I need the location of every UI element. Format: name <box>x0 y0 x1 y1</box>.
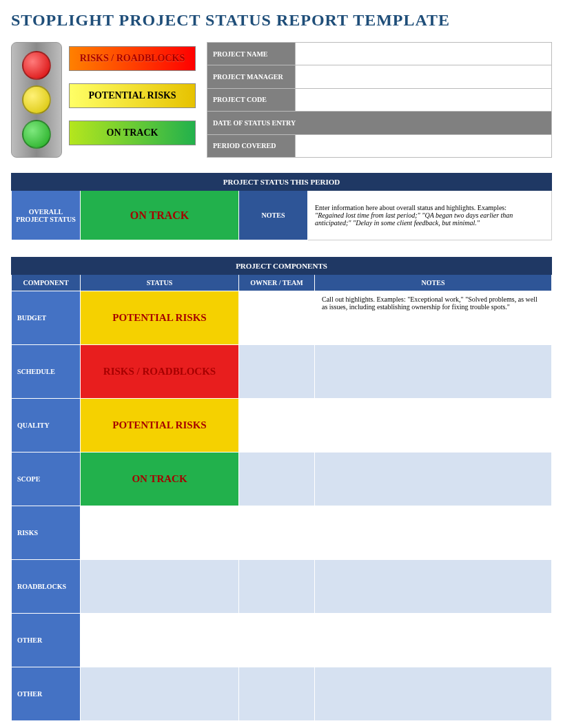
component-label: SCHEDULE <box>12 345 81 399</box>
component-label: RISKS <box>12 506 81 560</box>
table-row: RISKS <box>12 506 552 560</box>
notes-intro: Enter information here about overall sta… <box>315 204 506 211</box>
meta-label-project-name: PROJECT NAME <box>207 43 296 65</box>
component-status <box>81 560 239 614</box>
col-status: STATUS <box>81 275 239 291</box>
component-owner[interactable] <box>239 345 315 399</box>
table-row: BUDGETPOTENTIAL RISKSCall out highlights… <box>12 291 552 345</box>
component-status <box>81 506 239 560</box>
overall-notes-label: NOTES <box>239 191 308 240</box>
top-section: RISKS / ROADBLOCKS POTENTIAL RISKS ON TR… <box>11 42 552 158</box>
status-section-header: PROJECT STATUS THIS PERIOD <box>12 174 552 191</box>
table-row: SCHEDULERISKS / ROADBLOCKS <box>12 345 552 399</box>
component-notes[interactable]: Call out highlights. Examples: "Exceptio… <box>315 291 552 345</box>
component-status: ON TRACK <box>81 453 239 506</box>
overall-status-label: OVERALL PROJECT STATUS <box>12 191 81 240</box>
component-owner[interactable] <box>239 399 315 453</box>
legend-items: RISKS / ROADBLOCKS POTENTIAL RISKS ON TR… <box>69 42 196 145</box>
component-label: BUDGET <box>12 291 81 345</box>
legend-green: ON TRACK <box>69 121 196 145</box>
meta-value-project-manager[interactable] <box>296 65 552 88</box>
component-label: QUALITY <box>12 399 81 453</box>
table-row: QUALITYPOTENTIAL RISKS <box>12 399 552 453</box>
table-row: OTHER <box>12 614 552 667</box>
component-owner[interactable] <box>239 506 315 560</box>
component-label: SCOPE <box>12 453 81 506</box>
legend-red: RISKS / ROADBLOCKS <box>69 46 196 71</box>
stoplight-green-icon <box>22 120 51 149</box>
component-owner[interactable] <box>239 291 315 345</box>
component-notes[interactable] <box>315 345 552 399</box>
component-notes[interactable] <box>315 453 552 506</box>
component-notes[interactable] <box>315 614 552 667</box>
col-notes: NOTES <box>315 275 552 291</box>
table-row: OTHER <box>12 667 552 721</box>
component-label: ROADBLOCKS <box>12 560 81 614</box>
component-status <box>81 667 239 721</box>
stoplight-red-icon <box>22 51 51 80</box>
notes-example: "Regained lost time from last period;" "… <box>315 211 513 227</box>
component-notes[interactable] <box>315 399 552 453</box>
stoplight-yellow-icon <box>22 85 51 114</box>
meta-label-period-covered: PERIOD COVERED <box>207 134 296 157</box>
meta-label-project-code: PROJECT CODE <box>207 88 296 111</box>
component-status <box>81 614 239 667</box>
overall-notes-value[interactable]: Enter information here about overall sta… <box>308 191 552 240</box>
component-owner[interactable] <box>239 453 315 506</box>
component-label: OTHER <box>12 614 81 667</box>
component-status: RISKS / ROADBLOCKS <box>81 345 239 399</box>
component-owner[interactable] <box>239 614 315 667</box>
page-title: STOPLIGHT PROJECT STATUS REPORT TEMPLATE <box>11 11 552 30</box>
meta-value-project-name[interactable] <box>296 43 552 65</box>
status-table: PROJECT STATUS THIS PERIOD OVERALL PROJE… <box>11 173 552 240</box>
col-component: COMPONENT <box>12 275 81 291</box>
component-status: POTENTIAL RISKS <box>81 291 239 345</box>
component-status: POTENTIAL RISKS <box>81 399 239 453</box>
component-notes[interactable] <box>315 667 552 721</box>
meta-table: PROJECT NAME PROJECT MANAGER PROJECT COD… <box>207 42 552 158</box>
table-row: ROADBLOCKS <box>12 560 552 614</box>
table-row: SCOPEON TRACK <box>12 453 552 506</box>
meta-value-project-code[interactable] <box>296 88 552 111</box>
col-owner: OWNER / TEAM <box>239 275 315 291</box>
component-owner[interactable] <box>239 560 315 614</box>
stoplight-icon <box>11 42 62 158</box>
components-section-header: PROJECT COMPONENTS <box>12 258 552 275</box>
legend-yellow: POTENTIAL RISKS <box>69 83 196 108</box>
component-notes[interactable] <box>315 560 552 614</box>
component-owner[interactable] <box>239 667 315 721</box>
meta-label-project-manager: PROJECT MANAGER <box>207 65 296 88</box>
meta-value-period-covered[interactable] <box>296 134 552 157</box>
meta-label-date-of-status: DATE OF STATUS ENTRY <box>207 112 552 134</box>
overall-status-value: ON TRACK <box>81 191 239 240</box>
component-notes[interactable] <box>315 506 552 560</box>
components-table: PROJECT COMPONENTS COMPONENT STATUS OWNE… <box>11 257 552 721</box>
stoplight-legend: RISKS / ROADBLOCKS POTENTIAL RISKS ON TR… <box>11 42 196 158</box>
component-label: OTHER <box>12 667 81 721</box>
